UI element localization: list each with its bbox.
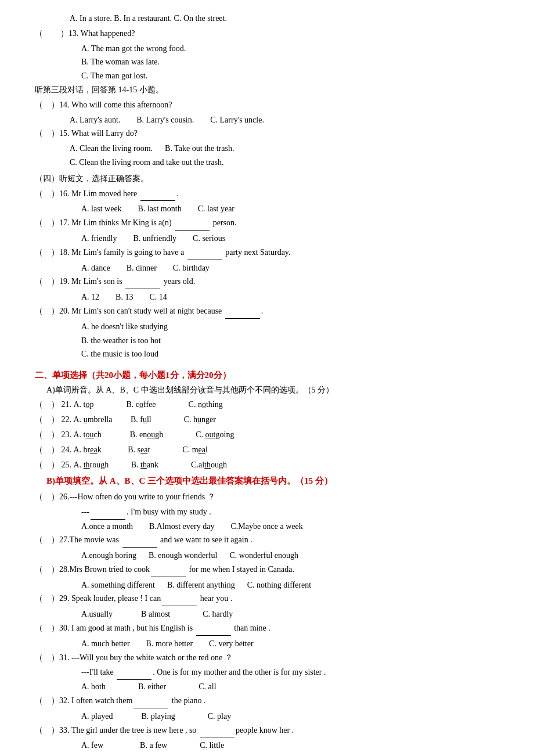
q34-line: （ ）34. The students are so to watch such… <box>35 753 499 756</box>
q16-options: A. last week B. last month C. last year <box>35 202 499 216</box>
partB-header-text: B)单项填空。从 A、B、C 三个选项中选出最佳答案填在括号内。（15 分） <box>46 476 333 485</box>
section2-title: 二、单项选择（共20小题，每小题1分，满分20分） <box>35 368 499 383</box>
part3-header: 听第三段对话，回答第 14-15 小题。 <box>35 83 499 97</box>
q24-line: （ ） 24. A. break B. seat C. meal <box>35 443 499 457</box>
q20-optC: C. the music is too loud <box>35 347 499 361</box>
q16-line: （ ）16. Mr Lim moved here . <box>35 187 499 201</box>
q20-optA: A. he doesn't like studying <box>35 320 499 334</box>
q18-line: （ ）18. Mr Lim's family is going to have … <box>35 246 499 260</box>
q32-options: A. played B. playing C. play <box>35 710 499 723</box>
q15-optA: A. Clean the living room. B. Take out th… <box>35 142 499 156</box>
page-content: A. In a store. B. In a restaurant. C. On… <box>35 12 499 756</box>
q19-line: （ ）19. Mr Lim's son is years old. <box>35 275 499 289</box>
q19-text: （ ）19. Mr Lim's son is years old. <box>35 275 195 289</box>
q22-line: （ ） 22. A. umbrella B. full C. hunger <box>35 413 499 427</box>
q16-text: （ ）16. Mr Lim moved here . <box>35 187 178 201</box>
q30-line: （ ）30. I am good at math , but his Engli… <box>35 621 499 636</box>
q27-options: A.enough boring B. enough wonderful C. w… <box>35 549 499 563</box>
part3-header-text: 听第三段对话，回答第 14-15 小题。 <box>35 83 164 97</box>
q14-options: A. Larry's aunt. B. Larry's cousin. C. L… <box>35 113 499 127</box>
q18-options: A. dance B. dinner C. birthday <box>35 261 499 275</box>
q33-options: A. few B. a few C. little <box>35 739 499 753</box>
part4-header-text: （四）听短文，选择正确答案。 <box>35 172 149 186</box>
q23-text: （ ） 23. A. touch B. enough C. outgoing <box>35 428 234 442</box>
partB-header: B)单项填空。从 A、B、C 三个选项中选出最佳答案填在括号内。（15 分） <box>35 474 499 489</box>
q34-text: （ ）34. The students are so to watch such… <box>35 753 293 756</box>
q20-text: （ ）20. Mr Lim's son can't study well at … <box>35 304 263 319</box>
q31-options: A. both B. either C. all <box>35 680 499 694</box>
q13-bracket: （ <box>35 27 52 41</box>
q28-options: A. something different B. different anyt… <box>35 578 499 592</box>
q15-line: （ ）15. What will Larry do? <box>35 127 499 141</box>
q27-line: （ ）27.The movie was and we want to see i… <box>35 533 499 548</box>
q21-text: （ ） 21. A. top B. coffee C. nothing <box>35 398 223 412</box>
q14-line: （ ）14. Who will come this afternoon? <box>35 98 499 112</box>
partA-header: A)单词辨音。从 A、B、C 中选出划线部分读音与其他两个不同的选项。（5 分） <box>35 383 499 397</box>
q22-text: （ ） 22. A. umbrella B. full C. hunger <box>35 413 216 427</box>
q30-text: （ ）30. I am good at math , but his Engli… <box>35 621 270 636</box>
q29-line: （ ）29. Speak louder, please ! I can hear… <box>35 592 499 606</box>
q29-text: （ ）29. Speak louder, please ! I can hear… <box>35 592 232 606</box>
q17-options: A. friendly B. unfriendly C. serious <box>35 232 499 246</box>
q20-optB: B. the weather is too hot <box>35 334 499 348</box>
option-a-store: A. In a store. B. In a restaurant. C. On… <box>70 12 227 26</box>
q29-options: A.usually B almost C. hardly <box>35 607 499 621</box>
q32-line: （ ）32. I often watch them the piano . <box>35 694 499 708</box>
partA-header-text: A)单词辨音。从 A、B、C 中选出划线部分读音与其他两个不同的选项。（5 分） <box>46 386 334 394</box>
q30-options: A. much better B. more better C. very be… <box>35 637 499 651</box>
q31-line: （ ）31. ---Will you buy the white watch o… <box>35 651 499 665</box>
prev-options-line: A. In a store. B. In a restaurant. C. On… <box>35 12 499 26</box>
q18-text: （ ）18. Mr Lim's family is going to have … <box>35 246 290 260</box>
q26-sub: --- . I'm busy with my study . <box>35 505 499 520</box>
q15-text: （ ）15. What will Larry do? <box>35 127 138 141</box>
q28-text: （ ）28.Mrs Brown tried to cook for me whe… <box>35 563 294 577</box>
q28-line: （ ）28.Mrs Brown tried to cook for me whe… <box>35 563 499 577</box>
q15-optC: C. Clean the living room and take out th… <box>35 156 499 170</box>
q13-line: （ ）13. What happened? <box>35 27 499 41</box>
q19-options: A. 12 B. 13 C. 14 <box>35 290 499 304</box>
q32-text: （ ）32. I often watch them the piano . <box>35 694 206 708</box>
q33-line: （ ）33. The girl under the tree is new he… <box>35 723 499 738</box>
q21-line: （ ） 21. A. top B. coffee C. nothing <box>35 398 499 412</box>
q23-line: （ ） 23. A. touch B. enough C. outgoing <box>35 428 499 442</box>
section2-title-text: 二、单项选择（共20小题，每小题1分，满分20分） <box>35 370 231 380</box>
q33-text: （ ）33. The girl under the tree is new he… <box>35 723 294 738</box>
q26-line: （ ）26.---How often do you write to your … <box>35 490 499 504</box>
q25-line: （ ） 25. A. through B. thank C.although <box>35 458 499 472</box>
q25-text: （ ） 25. A. through B. thank C.although <box>35 458 227 472</box>
q13-optC: C. The man got lost. <box>35 69 499 83</box>
q14-text: （ ）14. Who will come this afternoon? <box>35 98 172 112</box>
q26-text: （ ）26.---How often do you write to your … <box>35 490 215 504</box>
q20-line: （ ）20. Mr Lim's son can't study well at … <box>35 304 499 319</box>
q13-text: ）13. What happened? <box>52 27 135 41</box>
q31-text: （ ）31. ---Will you buy the white watch o… <box>35 651 233 665</box>
q31-sub: ---I'll take . One is for my mother and … <box>35 665 499 680</box>
q27-text: （ ）27.The movie was and we want to see i… <box>35 533 252 548</box>
q17-line: （ ）17. Mr Lim thinks Mr King is a(n) per… <box>35 216 499 231</box>
part4-header: （四）听短文，选择正确答案。 <box>35 172 499 186</box>
q13-optA: A. The man got the wrong food. <box>35 42 499 56</box>
q17-text: （ ）17. Mr Lim thinks Mr King is a(n) per… <box>35 216 236 231</box>
q24-text: （ ） 24. A. break B. seat C. meal <box>35 443 208 457</box>
q26-options: A.once a month B.Almost every day C.Mayb… <box>35 520 499 534</box>
q13-optB: B. The woman was late. <box>35 55 499 69</box>
